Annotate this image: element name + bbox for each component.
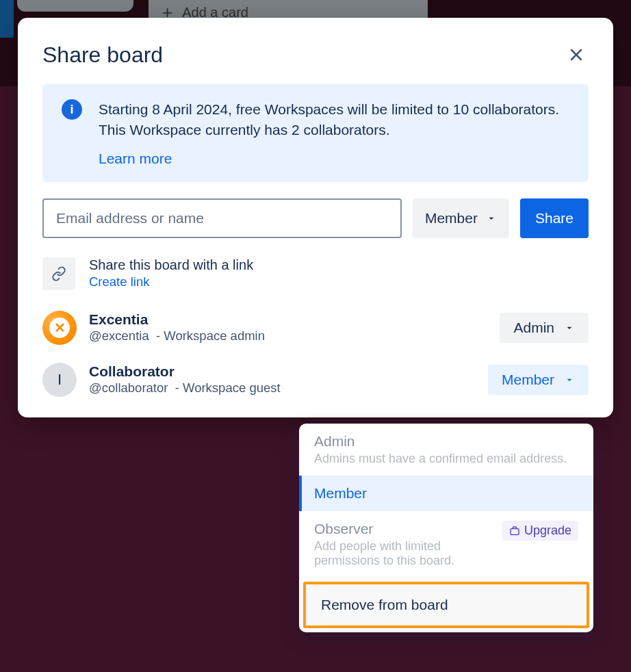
close-button[interactable] <box>564 42 589 67</box>
learn-more-link[interactable]: Learn more <box>99 151 569 167</box>
create-link-button[interactable]: Create link <box>89 274 253 289</box>
email-input[interactable] <box>42 198 402 238</box>
dropdown-remove-from-board[interactable]: Remove from board <box>303 582 589 628</box>
avatar-glyph: ✕ <box>49 318 70 338</box>
chevron-down-icon <box>564 322 575 333</box>
avatar-collaborator: I <box>42 363 77 397</box>
dropdown-admin[interactable]: Admin Admins must have a confirmed email… <box>299 424 593 476</box>
share-link-section: Share this board with a link Create link <box>42 257 589 290</box>
role-dropdown: Admin Admins must have a confirmed email… <box>299 424 593 632</box>
dropdown-member[interactable]: Member <box>299 476 593 511</box>
upgrade-badge[interactable]: Upgrade <box>502 521 578 541</box>
share-link-title: Share this board with a link <box>89 257 253 273</box>
link-icon <box>42 257 75 290</box>
chevron-down-icon <box>486 213 497 224</box>
svg-rect-2 <box>511 528 519 534</box>
banner-text: Starting 8 April 2024, free Workspaces w… <box>99 99 569 141</box>
info-icon: i <box>62 99 82 120</box>
role-select-excentia[interactable]: Admin <box>500 313 589 343</box>
role-select-collaborator[interactable]: Member <box>488 365 589 395</box>
member-row-collaborator: I Collaborator @collaborator - Workspace… <box>42 363 589 397</box>
member-sub: @collaborator - Workspace guest <box>89 380 476 396</box>
avatar-excentia: ✕ <box>42 311 77 345</box>
member-row-excentia: ✕ Excentia @excentia - Workspace admin A… <box>42 311 589 345</box>
briefcase-icon <box>509 526 520 537</box>
chevron-down-icon <box>564 374 575 385</box>
member-name: Collaborator <box>89 363 476 380</box>
member-name: Excentia <box>89 311 487 328</box>
role-default-select[interactable]: Member <box>413 198 509 238</box>
role-default-label: Member <box>425 210 478 227</box>
member-sub: @excentia - Workspace admin <box>89 328 487 344</box>
share-board-modal: Share board i Starting 8 April 2024, fre… <box>18 18 613 417</box>
close-icon <box>568 47 584 63</box>
modal-title: Share board <box>42 42 163 68</box>
info-banner: i Starting 8 April 2024, free Workspaces… <box>42 84 589 182</box>
dropdown-observer[interactable]: Observer Add people with limited permiss… <box>299 511 593 578</box>
share-button[interactable]: Share <box>520 198 589 238</box>
